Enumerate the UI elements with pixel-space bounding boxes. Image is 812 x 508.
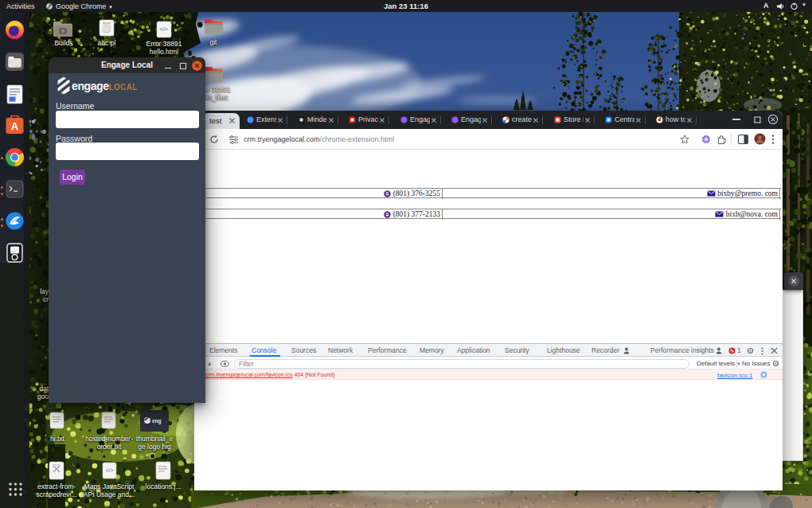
svg-text:</>: </> <box>159 26 167 32</box>
svg-text:A: A <box>11 120 19 132</box>
svg-text:</>: </> <box>105 467 113 473</box>
svg-text:eng: eng <box>152 418 162 424</box>
